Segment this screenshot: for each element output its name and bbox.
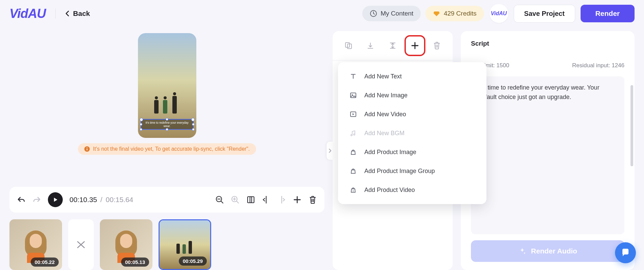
script-panel: Script Text limit: 1500 Residual input: … [461,31,635,270]
duplicate-element-button[interactable] [340,37,357,54]
clock-icon [370,10,377,17]
image-icon [349,92,357,99]
zoom-in-button[interactable] [231,195,240,204]
distribute-element-button[interactable] [384,37,401,54]
back-label: Back [73,9,90,18]
svg-rect-2 [87,149,87,150]
time-display: 00:10.35 / 00:15.64 [69,196,133,204]
transition-slot[interactable] [68,219,94,270]
app-logo: VidAU [9,6,46,21]
clip-duration: 00:05.13 [121,257,149,267]
info-icon [84,146,90,152]
menu-item-label: Add Product Image Group [364,168,435,175]
brand-badge: VidAU [489,4,508,23]
svg-line-8 [236,201,239,203]
add-bgm-item: Add New BGM [338,124,486,143]
menu-item-label: Add New Image [364,92,408,99]
chevron-left-icon [65,10,70,17]
add-video-item[interactable]: Add New Video [338,105,486,124]
divider [55,8,56,19]
sparkle-icon [518,247,526,255]
script-text: It's time to redefine your everyday wear… [478,84,599,100]
align-element-button[interactable] [362,37,379,54]
text-icon [349,73,357,80]
play-icon [52,197,58,203]
delete-clip-button[interactable] [308,195,317,204]
diamond-icon [433,10,440,17]
bag-icon [349,167,357,175]
svg-point-3 [87,147,87,148]
clip-thumbnails: 00:05.22 00:05.13 00:05.29 [9,219,325,270]
script-panel-title: Script [471,40,624,47]
playback-toolbar: 00:10.35 / 00:15.64 [9,187,325,213]
redo-button[interactable] [32,195,41,204]
render-button[interactable]: Render [581,5,635,22]
total-time: 00:15.64 [106,196,133,203]
add-product-video-item[interactable]: Add Product Video [338,180,486,199]
caption-text: It's time to redefine your everyday wear… [145,121,188,128]
element-panel: Add New Text Add New Image Add New Video… [333,31,453,270]
current-time: 00:10.35 [69,196,97,203]
split-right-button[interactable] [277,195,286,204]
back-button[interactable]: Back [65,9,90,18]
scrollbar[interactable] [631,85,633,166]
my-content-button[interactable]: My Content [362,6,421,21]
caption-overlay[interactable]: It's time to redefine your everyday wear… [141,119,194,130]
render-audio-label: Render Audio [531,247,577,255]
clip-thumbnail[interactable]: 00:05.13 [100,219,152,270]
bag-play-icon [349,186,357,194]
video-icon [349,111,357,118]
credits-label: 429 Credits [444,10,476,17]
clip-duration: 00:05.29 [179,256,207,266]
credits-button[interactable]: 429 Credits [425,6,484,21]
script-textarea[interactable]: It's time to redefine your everyday wear… [471,76,624,234]
menu-item-label: Add New Video [364,111,406,118]
menu-item-label: Add New Text [364,73,402,80]
transition-icon [76,240,86,250]
plus-icon [411,41,419,50]
panel-collapse-handle[interactable] [327,142,333,160]
add-clip-button[interactable] [293,195,302,204]
zoom-out-button[interactable] [215,195,224,204]
add-text-item[interactable]: Add New Text [338,67,486,86]
chevron-right-icon [328,148,332,153]
add-product-image-group-item[interactable]: Add Product Image Group [338,162,486,180]
clip-thumbnail[interactable]: 00:05.22 [9,219,62,270]
chat-button[interactable] [615,242,636,263]
time-separator: / [101,196,103,203]
render-audio-button[interactable]: Render Audio [471,240,624,262]
notice-text: It's not the final video yet, To get acc… [93,146,250,152]
add-element-menu: Add New Text Add New Image Add New Video… [338,62,486,204]
crop-button[interactable] [246,195,255,204]
my-content-label: My Content [381,10,413,17]
residual-input-label: Residual input: 1246 [572,62,624,69]
render-notice: It's not the final video yet, To get acc… [78,143,256,155]
add-element-button[interactable] [407,37,423,54]
clip-thumbnail[interactable]: 00:05.29 [159,219,211,270]
delete-element-button[interactable] [428,37,445,54]
music-icon [349,129,357,137]
split-left-button[interactable] [262,195,271,204]
menu-item-label: Add New BGM [364,130,404,137]
video-preview: It's time to redefine your everyday wear… [9,27,325,182]
undo-button[interactable] [17,195,26,204]
add-image-item[interactable]: Add New Image [338,86,486,105]
menu-item-label: Add Product Video [364,187,415,194]
bag-icon [349,148,357,156]
chat-icon [620,248,631,258]
menu-item-label: Add Product Image [364,149,416,156]
add-product-image-item[interactable]: Add Product Image [338,143,486,162]
preview-subjects [153,83,181,114]
svg-line-5 [221,201,223,203]
save-project-button[interactable]: Save Project [514,5,575,23]
clip-duration: 00:05.22 [31,257,59,267]
play-button[interactable] [48,192,63,207]
preview-canvas[interactable]: It's time to redefine your everyday wear… [138,33,196,138]
